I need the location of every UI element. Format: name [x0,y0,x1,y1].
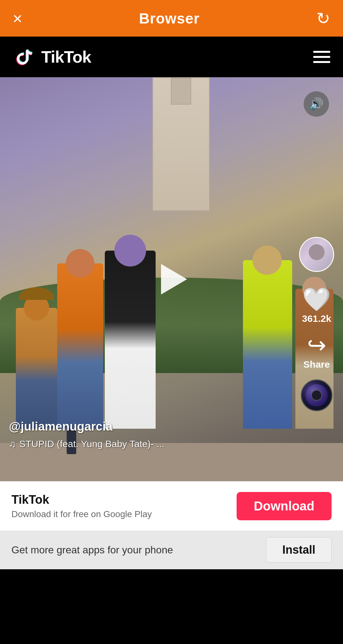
like-count: 361.2k [302,313,331,324]
right-actions: 🤍 361.2k ↪ Share [299,237,334,411]
person-4-head [252,246,282,275]
app-subtitle: Download it for free on Google Play [11,509,152,519]
person-1-hat [19,287,54,300]
avatar-head [309,244,325,260]
refresh-icon[interactable]: ↻ [316,9,330,28]
person-2 [57,263,103,429]
close-icon[interactable]: × [13,10,22,27]
share-icon: ↪ [307,334,326,357]
share-label: Share [303,359,330,370]
music-note-icon: ♫ [9,439,16,449]
creator-avatar-container [299,237,334,272]
hamburger-line-3 [313,61,330,63]
person-1 [16,308,57,429]
creator-avatar[interactable] [299,237,334,272]
share-action[interactable]: ↪ Share [303,334,330,370]
creator-handle[interactable]: @juliamenugarcia [9,420,292,433]
disc-inner [311,390,322,401]
play-button[interactable] [151,259,192,300]
tiktok-wordmark: TikTok [41,47,91,66]
download-banner: TikTok Download it for free on Google Pl… [0,481,343,530]
tiktok-logo-area[interactable]: TikTok [13,45,91,68]
install-button[interactable]: Install [266,537,332,563]
video-section: 🔊 🤍 361.2k ↪ Share [0,77,343,481]
disc-outer [306,384,328,406]
like-action[interactable]: 🤍 361.2k [302,288,331,324]
music-label[interactable]: ♫ STUPID (feat. Yung Baby Tate)- ... [9,439,292,449]
like-icon: 🤍 [302,288,331,311]
video-container[interactable]: 🔊 🤍 361.2k ↪ Share [0,77,343,481]
sound-button[interactable]: 🔊 [304,91,329,117]
browser-bar: × Browser ↻ [0,0,343,37]
hamburger-line-2 [313,56,330,58]
install-text: Get more great apps for your phone [11,544,173,556]
app-name: TikTok [11,493,152,507]
hamburger-line-1 [313,51,330,53]
person-3 [105,251,156,429]
people-area [0,201,343,456]
app-info: TikTok Download it for free on Google Pl… [11,493,152,519]
browser-title: Browser [139,10,200,27]
sound-icon: 🔊 [309,97,324,111]
person-4 [243,260,292,429]
person-3-head [114,235,146,267]
download-button[interactable]: Download [237,492,332,520]
svg-rect-0 [13,45,36,68]
music-title: STUPID (feat. Yung Baby Tate)- ... [19,439,165,449]
music-disc[interactable] [301,379,333,411]
menu-icon[interactable] [313,51,330,63]
tiktok-header: TikTok [0,37,343,77]
background-building [152,77,210,211]
video-info: @juliamenugarcia ♫ STUPID (feat. Yung Ba… [9,420,292,449]
play-triangle-icon [161,264,187,294]
tiktok-logo-icon [13,45,36,68]
person-2-head [66,249,94,278]
install-bar: Get more great apps for your phone Insta… [0,530,343,569]
